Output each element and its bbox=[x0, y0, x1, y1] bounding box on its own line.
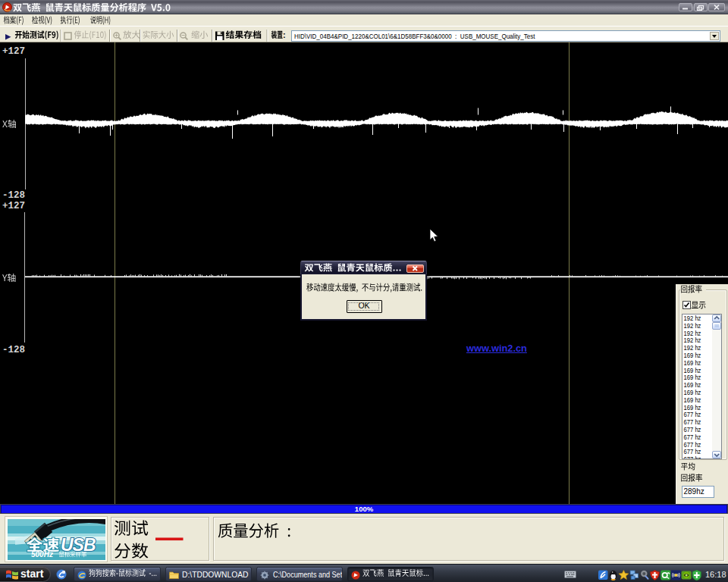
svg-text:USB: USB bbox=[61, 534, 96, 554]
svg-text:500Hz: 500Hz bbox=[31, 550, 53, 559]
